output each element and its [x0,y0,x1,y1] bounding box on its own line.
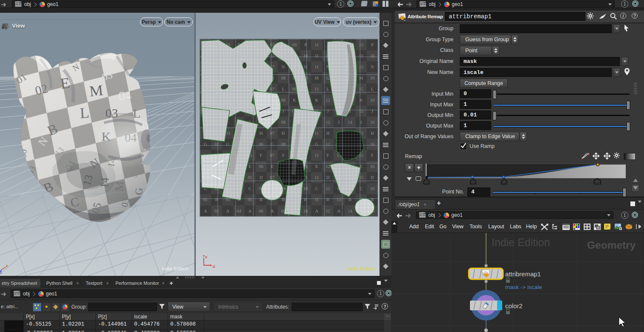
svg-text:P: P [371,43,374,47]
svg-text:J: J [327,109,329,114]
svg-text:G: G [204,142,207,147]
svg-text:15: 15 [359,175,363,180]
svg-text:11: 11 [315,43,319,47]
svg-text:13: 13 [337,197,341,202]
svg-text:H: H [326,131,329,136]
svg-text:A: A [315,209,318,213]
svg-text:07: 07 [270,131,275,136]
svg-text:02: 02 [214,142,219,147]
svg-text:D: D [259,175,263,180]
svg-text:12: 12 [326,120,330,125]
svg-text:09: 09 [292,43,297,47]
svg-text:08: 08 [281,98,286,102]
svg-text:10: 10 [304,54,308,58]
svg-text:10: 10 [304,186,308,191]
svg-text:16: 16 [370,54,375,58]
svg-text:06: 06 [259,209,264,213]
svg-text:L: L [326,87,329,91]
svg-text:N: N [371,65,374,69]
svg-text:A: A [337,209,341,213]
svg-text:I: I [338,120,340,125]
svg-text:06: 06 [259,142,264,147]
svg-text:G: G [226,142,230,147]
svg-text:L: L [371,87,374,91]
svg-text:M: M [315,76,319,80]
svg-text:12: 12 [326,98,330,102]
svg-text:08: 08 [281,76,286,80]
svg-text:J: J [371,109,373,114]
svg-text:16: 16 [370,142,375,147]
svg-text:B: B [326,197,329,202]
svg-text:Geometry: Geometry [587,239,636,251]
svg-text:B: B [282,197,285,202]
svg-text:07: 07 [270,153,275,158]
svg-text:Indie Edition: Indie Edition [492,236,550,248]
svg-text:05: 05 [248,197,253,202]
svg-text:C: C [315,186,318,191]
svg-text:F: F [326,153,329,158]
svg-text:K: K [293,98,296,102]
svg-text:02: 02 [214,209,219,213]
svg-text:C: C [248,186,251,191]
svg-text:11: 11 [315,153,319,158]
svg-text:attribremap1: attribremap1 [505,270,541,278]
svg-text:color2: color2 [505,302,523,309]
svg-text:10: 10 [304,209,308,213]
svg-text:B: B [259,197,262,202]
svg-text:16: 16 [370,186,375,191]
svg-text:12: 12 [326,209,330,213]
svg-text:11: 11 [315,197,319,202]
svg-text:G: G [315,142,318,147]
svg-text:16: 16 [370,98,375,102]
svg-text:F: F [260,153,262,158]
svg-text:B: B [349,197,352,202]
svg-text:12: 12 [326,142,330,147]
svg-text:11: 11 [315,131,319,136]
svg-text:mask -> iscale: mask -> iscale [505,284,542,290]
svg-text:L: L [282,87,284,91]
svg-text:04: 04 [236,209,241,213]
svg-text:07: 07 [270,87,275,91]
svg-text:K: K [315,98,318,102]
svg-text:12: 12 [326,164,330,169]
svg-text:14: 14 [348,120,352,125]
svg-text:A: A [248,209,252,213]
svg-text:H: H [371,131,374,136]
svg-text:A: A [204,209,207,213]
svg-text:06: 06 [259,164,264,169]
svg-text:z: z [0,270,2,274]
svg-text:16: 16 [370,76,375,80]
svg-text:15: 15 [359,87,363,91]
svg-text:D: D [326,175,329,180]
svg-text:01: 01 [203,197,208,202]
svg-text:15: 15 [359,43,363,47]
svg-text:I: I [360,120,362,125]
svg-text:O: O [315,54,318,58]
svg-text:07: 07 [270,175,275,180]
svg-text:05: 05 [248,175,253,180]
svg-text:A: A [226,209,230,213]
svg-text:F: F [371,153,374,158]
svg-text:15: 15 [359,109,363,114]
svg-text:E: E [249,164,251,169]
svg-text:E: E [315,164,318,169]
svg-text:J: J [282,109,284,114]
svg-text:F: F [282,153,284,158]
svg-text:N: N [282,65,285,69]
svg-text:11: 11 [315,87,319,91]
svg-text:08: 08 [281,142,286,147]
svg-text:08: 08 [281,120,286,125]
svg-text:v: v [205,255,207,259]
svg-text:12: 12 [326,186,330,191]
svg-text:H: H [259,131,263,136]
svg-text:M: M [359,76,363,80]
svg-text:u: u [213,264,215,269]
svg-text:x: x [6,264,8,268]
svg-text:11: 11 [315,175,319,180]
svg-text:H: H [282,131,285,136]
svg-text:16: 16 [370,164,375,169]
svg-text:D: D [371,175,374,180]
svg-text:15: 15 [359,65,363,69]
svg-text:16: 16 [370,120,375,125]
svg-text:14: 14 [348,209,352,213]
